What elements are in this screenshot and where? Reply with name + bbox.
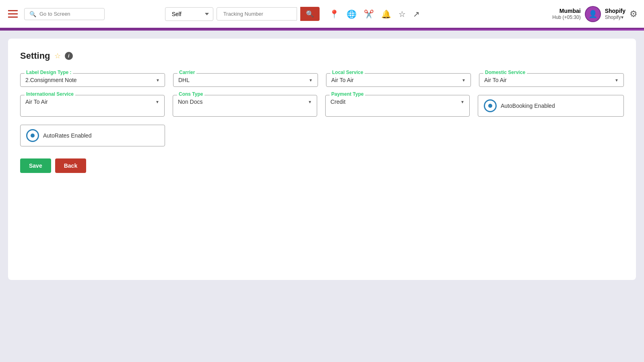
domestic-service-wrapper: Air To Air Ground Express <box>484 77 619 83</box>
form-row-3: AutoRates Enabled <box>20 125 624 146</box>
international-service-wrapper: Air To Air Ground Express <box>25 99 159 105</box>
header-icons: 📍 🌐 ✂️ 🔔 ☆ ↗ <box>329 9 420 19</box>
settings-gear-icon[interactable]: ⚙ <box>630 9 638 19</box>
international-service-label: International Service <box>25 91 75 97</box>
domestic-service-select[interactable]: Air To Air Ground Express <box>484 77 619 83</box>
user-hub: Hub (+05:30) <box>552 14 580 21</box>
local-service-select[interactable]: Air To Air Ground Express <box>331 77 466 83</box>
user-city: Mumbai <box>552 7 580 14</box>
search-box[interactable]: 🔍 <box>24 8 105 20</box>
domestic-service-label: Domestic Service <box>483 70 527 75</box>
favorite-star-icon[interactable]: ☆ <box>54 51 61 60</box>
label-design-type-select[interactable]: 2.Consignment Note 1.Label 3.Other <box>25 77 160 83</box>
international-service-select[interactable]: Air To Air Ground Express <box>25 99 159 105</box>
label-design-type-label: Label Design Type : <box>25 70 73 75</box>
scissors-icon[interactable]: ✂️ <box>364 9 374 19</box>
star-header-icon[interactable]: ☆ <box>398 9 406 19</box>
header-user: Mumbai Hub (+05:30) 👤 Shopify Shopify▾ ⚙ <box>552 6 638 22</box>
autorates-toggle[interactable] <box>26 129 39 142</box>
page-title-row: Setting ☆ i <box>20 51 624 61</box>
cons-type-select[interactable]: Non Docs Docs <box>178 99 312 105</box>
user-info: Shopify Shopify▾ <box>605 7 625 21</box>
avatar-inner: 👤 <box>586 7 600 21</box>
local-service-wrapper: Air To Air Ground Express <box>331 77 466 83</box>
tracking-search-button[interactable]: 🔍 <box>300 7 320 21</box>
avatar[interactable]: 👤 <box>585 6 601 22</box>
settings-card: Setting ☆ i Label Design Type : 2.Consig… <box>8 39 636 280</box>
payment-type-field: Payment Type Credit Cash Prepaid <box>325 95 470 117</box>
international-service-field: International Service Air To Air Ground … <box>20 95 165 117</box>
form-row-1: Label Design Type : 2.Consignment Note 1… <box>20 73 624 87</box>
page-title: Setting <box>20 51 50 61</box>
label-design-type-field: Label Design Type : 2.Consignment Note 1… <box>20 73 165 87</box>
label-design-type-wrapper: 2.Consignment Note 1.Label 3.Other <box>25 77 160 83</box>
domestic-service-field: Domestic Service Air To Air Ground Expre… <box>479 73 624 87</box>
action-row: Save Back <box>20 158 624 173</box>
local-service-field: Local Service Air To Air Ground Express <box>326 73 471 87</box>
share-icon[interactable]: ↗ <box>413 9 420 19</box>
cons-type-label: Cons Type <box>177 91 204 97</box>
cons-type-wrapper: Non Docs Docs <box>178 99 312 105</box>
autorates-field: AutoRates Enabled <box>20 125 165 146</box>
carrier-select[interactable]: DHL FedEx UPS <box>178 77 313 83</box>
form-row-2: International Service Air To Air Ground … <box>20 95 624 117</box>
self-select[interactable]: Self <box>165 7 213 21</box>
autobooking-toggle[interactable] <box>484 99 497 112</box>
hamburger-menu-icon[interactable] <box>6 8 19 19</box>
cons-type-field: Cons Type Non Docs Docs <box>173 95 317 117</box>
user-location: Mumbai Hub (+05:30) <box>552 7 580 21</box>
back-button[interactable]: Back <box>55 158 86 173</box>
search-input[interactable] <box>39 11 99 17</box>
save-button[interactable]: Save <box>20 158 51 173</box>
autobooking-field: AutoBooking Enabled <box>478 95 624 117</box>
carrier-label: Carrier <box>178 70 196 75</box>
info-icon[interactable]: i <box>65 52 73 60</box>
header-center: Self 🔍 📍 🌐 ✂️ 🔔 ☆ ↗ <box>165 7 420 21</box>
payment-type-wrapper: Credit Cash Prepaid <box>330 99 464 105</box>
local-service-label: Local Service <box>330 70 365 75</box>
autobooking-label: AutoBooking Enabled <box>501 103 555 109</box>
payment-type-select[interactable]: Credit Cash Prepaid <box>330 99 464 105</box>
user-sub: Shopify▾ <box>605 14 625 21</box>
search-icon: 🔍 <box>29 11 36 17</box>
carrier-field: Carrier DHL FedEx UPS <box>173 73 318 87</box>
bell-icon[interactable]: 🔔 <box>381 9 391 19</box>
globe-icon[interactable]: 🌐 <box>347 9 357 19</box>
pin-icon[interactable]: 📍 <box>329 9 339 19</box>
carrier-wrapper: DHL FedEx UPS <box>178 77 313 83</box>
user-platform: Shopify <box>605 7 625 14</box>
autorates-label: AutoRates Enabled <box>43 132 92 139</box>
tracking-input[interactable] <box>217 7 297 21</box>
payment-type-label: Payment Type <box>330 91 365 97</box>
main-content: Setting ☆ i Label Design Type : 2.Consig… <box>0 31 644 288</box>
header: 🔍 Self 🔍 📍 🌐 ✂️ 🔔 ☆ ↗ Mumbai Hub (+05:30… <box>0 0 644 29</box>
